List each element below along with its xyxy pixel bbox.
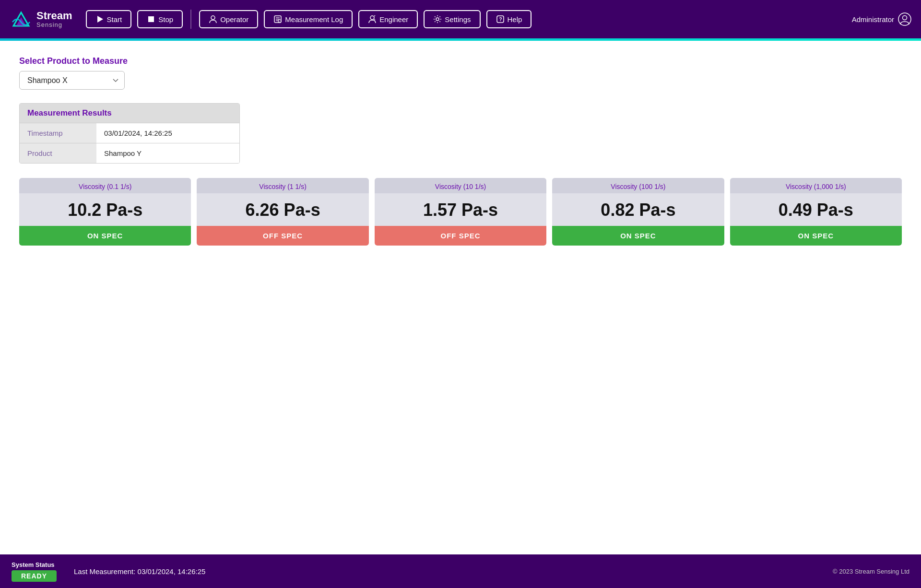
visc-card-value-4: 0.49 Pa-s: [730, 193, 902, 226]
operator-icon: [209, 15, 217, 24]
visc-card-header-3: Viscosity (100 1/s): [552, 178, 724, 193]
results-header: Measurement Results: [20, 104, 239, 123]
visc-card-value-0: 10.2 Pa-s: [19, 193, 191, 226]
visc-card-header-2: Viscosity (10 1/s): [375, 178, 546, 193]
nav-separator: [190, 10, 191, 29]
visc-card-value-2: 1.57 Pa-s: [375, 193, 546, 226]
measurement-log-button[interactable]: + Measurement Log: [264, 10, 353, 28]
product-select[interactable]: Shampoo X Shampoo Y Shampoo Z: [19, 71, 125, 90]
visc-card-status-0: ON SPEC: [19, 226, 191, 246]
visc-card-status-2: OFF SPEC: [375, 226, 546, 246]
logo-icon: [10, 8, 33, 31]
visc-card-value-3: 0.82 Pa-s: [552, 193, 724, 226]
visc-card-header-0: Viscosity (0.1 1/s): [19, 178, 191, 193]
viscosity-card-4: Viscosity (1,000 1/s) 0.49 Pa-s ON SPEC: [730, 178, 902, 246]
help-button[interactable]: ? Help: [486, 10, 532, 28]
logo: Stream Sensing: [10, 8, 72, 31]
visc-card-header-4: Viscosity (1,000 1/s): [730, 178, 902, 193]
engineer-button[interactable]: Engineer: [358, 10, 418, 28]
product-row-label: Product: [20, 143, 96, 163]
measurement-results-table: Measurement Results Timestamp 03/01/2024…: [19, 103, 240, 164]
svg-text:?: ?: [499, 17, 502, 22]
svg-marker-2: [97, 16, 103, 23]
visc-card-status-4: ON SPEC: [730, 226, 902, 246]
system-status-area: System Status READY: [12, 561, 57, 582]
stop-button[interactable]: Stop: [137, 10, 183, 28]
viscosity-card-3: Viscosity (100 1/s) 0.82 Pa-s ON SPEC: [552, 178, 724, 246]
logo-sensing-text: Sensing: [36, 22, 72, 28]
timestamp-label: Timestamp: [20, 123, 96, 143]
svg-point-16: [903, 16, 907, 20]
play-icon: [95, 15, 104, 24]
product-row-value: Shampoo Y: [96, 143, 239, 163]
gear-icon: [433, 15, 442, 24]
visc-card-status-3: ON SPEC: [552, 226, 724, 246]
stop-icon: [147, 15, 155, 24]
svg-text:+: +: [279, 20, 281, 23]
svg-point-12: [436, 18, 439, 21]
help-icon: ?: [496, 15, 505, 24]
footer: System Status READY Last Measurement: 03…: [0, 554, 921, 588]
timestamp-value: 03/01/2024, 14:26:25: [96, 123, 239, 143]
ready-badge: READY: [12, 570, 57, 582]
viscosity-cards: Viscosity (0.1 1/s) 10.2 Pa-s ON SPEC Vi…: [19, 178, 902, 246]
admin-avatar-icon: [898, 12, 911, 26]
system-status-label: System Status: [12, 561, 55, 568]
select-product-label: Select Product to Measure: [19, 56, 902, 66]
viscosity-card-0: Viscosity (0.1 1/s) 10.2 Pa-s ON SPEC: [19, 178, 191, 246]
svg-rect-3: [148, 16, 154, 22]
svg-point-4: [211, 16, 215, 20]
header: Stream Sensing Start Stop Operator + Mea…: [0, 0, 921, 38]
engineer-icon: [368, 15, 377, 24]
operator-button[interactable]: Operator: [199, 10, 258, 28]
admin-area: Administrator: [852, 12, 911, 26]
copyright: © 2023 Stream Sensing Ltd: [833, 568, 909, 575]
admin-label: Administrator: [852, 15, 894, 24]
svg-point-11: [370, 16, 374, 20]
settings-button[interactable]: Settings: [424, 10, 480, 28]
logo-text: Stream Sensing: [36, 10, 72, 28]
visc-card-header-1: Viscosity (1 1/s): [197, 178, 368, 193]
logo-stream-text: Stream: [36, 10, 72, 22]
last-measurement: Last Measurement: 03/01/2024, 14:26:25: [74, 567, 205, 576]
product-select-wrapper: Shampoo X Shampoo Y Shampoo Z: [19, 71, 125, 90]
visc-card-status-1: OFF SPEC: [197, 226, 368, 246]
results-row-timestamp: Timestamp 03/01/2024, 14:26:25: [20, 123, 239, 143]
viscosity-card-2: Viscosity (10 1/s) 1.57 Pa-s OFF SPEC: [375, 178, 546, 246]
main-content: Select Product to Measure Shampoo X Sham…: [0, 41, 921, 554]
start-button[interactable]: Start: [86, 10, 132, 28]
log-icon: +: [273, 15, 282, 24]
viscosity-card-1: Viscosity (1 1/s) 6.26 Pa-s OFF SPEC: [197, 178, 368, 246]
visc-card-value-1: 6.26 Pa-s: [197, 193, 368, 226]
results-row-product: Product Shampoo Y: [20, 143, 239, 163]
